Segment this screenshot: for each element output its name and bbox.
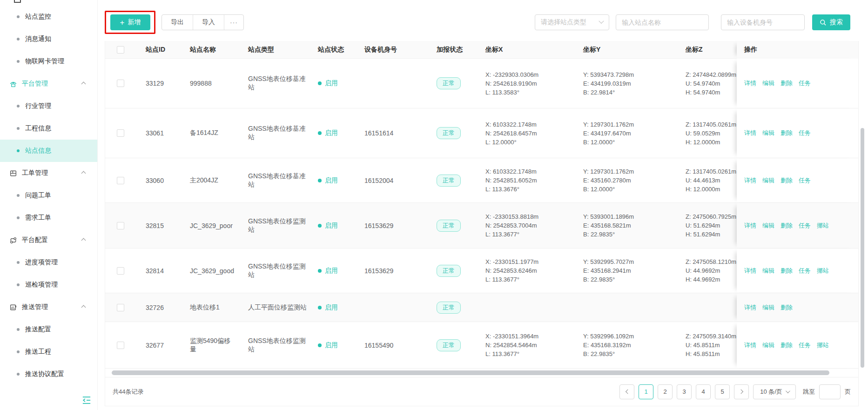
row-checkbox[interactable] (117, 342, 124, 349)
move-station-action[interactable]: 挪站 (817, 267, 829, 275)
sidebar-item-site-info[interactable]: 站点信息 (0, 140, 97, 162)
add-button[interactable]: + 新增 (110, 14, 150, 30)
coord-x: X: -2330153.8818mN: 2542853.7004mL: 113.… (480, 212, 578, 239)
site-id: 32726 (140, 304, 184, 311)
sidebar-item-industry-management[interactable]: 行业管理 (0, 95, 97, 117)
sidebar-item-site-monitor[interactable]: 站点监控 (0, 6, 97, 28)
sidebar-item-label: 推送工程 (25, 348, 51, 356)
move-station-action[interactable]: 挪站 (817, 222, 829, 230)
site-type: GNSS地表位移监测站 (242, 337, 312, 354)
report-status-badge: 正常 (437, 302, 461, 314)
edit-action[interactable]: 编辑 (762, 129, 774, 137)
next-page-button[interactable] (734, 384, 749, 399)
edit-action[interactable]: 编辑 (762, 176, 774, 185)
horizontal-scrollbar[interactable] (112, 370, 829, 375)
device-serial: 16155490 (359, 342, 431, 349)
coord-x: X: -2330151.3964mN: 2542854.5464mL: 113.… (480, 332, 578, 358)
select-all-checkbox[interactable] (117, 46, 124, 54)
row-checkbox[interactable] (117, 267, 124, 275)
search-button[interactable]: 搜索 (812, 14, 850, 30)
detail-action[interactable]: 详情 (744, 303, 756, 312)
more-button[interactable]: ··· (224, 15, 243, 30)
detail-action[interactable]: 详情 (744, 129, 756, 137)
page-button-2[interactable]: 2 (658, 384, 673, 399)
col-site-type: 站点类型 (242, 46, 312, 54)
sidebar-group-workorder-management[interactable]: 工单管理 (0, 162, 97, 184)
site-id: 33061 (140, 129, 184, 137)
sidebar-item-message-notice[interactable]: 消息通知 (0, 28, 97, 50)
status-dot (318, 131, 322, 135)
delete-action[interactable]: 删除 (781, 129, 793, 137)
import-button[interactable]: 导入 (193, 15, 224, 30)
task-action[interactable]: 任务 (799, 222, 811, 230)
screen: 站点监控 消息通知 物联网卡管理 平台管理 行业管理 工程信息 (0, 0, 868, 410)
status-text: 启用 (325, 129, 338, 137)
page-button-5[interactable]: 5 (715, 384, 730, 399)
delete-action[interactable]: 删除 (781, 176, 793, 185)
edit-action[interactable]: 编辑 (762, 303, 774, 312)
delete-action[interactable]: 删除 (781, 303, 793, 312)
task-action[interactable]: 任务 (799, 341, 811, 350)
detail-action[interactable]: 详情 (744, 176, 756, 185)
edit-action[interactable]: 编辑 (762, 341, 774, 350)
task-action[interactable]: 任务 (799, 79, 811, 87)
sidebar-group-push-management[interactable]: 推送管理 (0, 296, 97, 318)
row-checkbox[interactable] (117, 304, 124, 311)
col-device-serial: 设备机身号 (359, 46, 431, 54)
move-station-action[interactable]: 挪站 (817, 341, 829, 350)
edit-action[interactable]: 编辑 (762, 222, 774, 230)
sidebar-group-label: 推送管理 (22, 303, 48, 311)
export-button[interactable]: 导出 (162, 15, 193, 30)
row-checkbox[interactable] (117, 129, 124, 137)
table-row: 33061 备1614JZ GNSS地表位移基准站 启用 16151614 正常… (105, 108, 858, 158)
sidebar-item-demand-workorder[interactable]: 需求工单 (0, 207, 97, 229)
row-checkbox[interactable] (117, 177, 124, 184)
sidebar-group-platform-config[interactable]: 平台配置 (0, 229, 97, 251)
delete-action[interactable]: 删除 (781, 79, 793, 87)
detail-action[interactable]: 详情 (744, 79, 756, 87)
coord-x: X: -2329303.0306mN: 2542618.9190mL: 113.… (480, 70, 578, 97)
status-text: 启用 (325, 222, 338, 230)
delete-action[interactable]: 删除 (781, 222, 793, 230)
sidebar-item-push-project[interactable]: 推送工程 (0, 341, 97, 363)
edit-action[interactable]: 编辑 (762, 267, 774, 275)
task-action[interactable]: 任务 (799, 267, 811, 275)
sidebar-group-platform-management[interactable]: 平台管理 (0, 73, 97, 95)
status-dot (318, 179, 322, 182)
site-type-select[interactable]: 请选择站点类型 (535, 14, 609, 30)
page-button-1[interactable]: 1 (639, 384, 653, 399)
sidebar-item-progress-items[interactable]: 进度项管理 (0, 251, 97, 274)
edit-action[interactable]: 编辑 (762, 79, 774, 87)
sidebar-item-project-info[interactable]: 工程信息 (0, 117, 97, 140)
annotation-box: + 新增 (105, 11, 155, 34)
device-serial-input[interactable] (721, 14, 805, 30)
row-checkbox[interactable] (117, 222, 124, 229)
detail-action[interactable]: 详情 (744, 222, 756, 230)
prev-page-button[interactable] (619, 384, 634, 399)
sidebar-item-problem-workorder[interactable]: 问题工单 (0, 184, 97, 207)
page-button-4[interactable]: 4 (696, 384, 711, 399)
sidebar-item-label: 推送协议配置 (25, 370, 64, 378)
delete-action[interactable]: 删除 (781, 341, 793, 350)
page-button-3[interactable]: 3 (677, 384, 692, 399)
sidebar-item-iot-card[interactable]: 物联网卡管理 (0, 50, 97, 73)
sidebar-item-push-protocol-config[interactable]: 推送协议配置 (0, 363, 97, 385)
coord-y: Y: 5392995.7027mE: 435168.2941mB: 22.983… (578, 257, 680, 284)
coord-y: Y: 1297301.1762mE: 434197.6470mB: 12.000… (578, 120, 680, 147)
menu-fold-icon[interactable] (82, 396, 91, 404)
site-type: GNSS地表位移基准站 (242, 75, 312, 92)
site-name-input[interactable] (616, 14, 709, 30)
detail-action[interactable]: 详情 (744, 267, 756, 275)
task-action[interactable]: 任务 (799, 129, 811, 137)
vertical-scrollbar[interactable] (861, 128, 864, 368)
task-action[interactable]: 任务 (799, 176, 811, 185)
delete-action[interactable]: 删除 (781, 267, 793, 275)
jump-page-input[interactable] (819, 384, 841, 399)
sidebar-item-inspection-items[interactable]: 巡检项管理 (0, 274, 97, 296)
bullet-icon (17, 350, 20, 353)
row-checkbox[interactable] (117, 80, 124, 87)
site-id: 32677 (140, 342, 184, 349)
detail-action[interactable]: 详情 (744, 341, 756, 350)
page-size-select[interactable]: 10 条/页 (753, 384, 796, 399)
sidebar-item-push-config[interactable]: 推送配置 (0, 318, 97, 341)
